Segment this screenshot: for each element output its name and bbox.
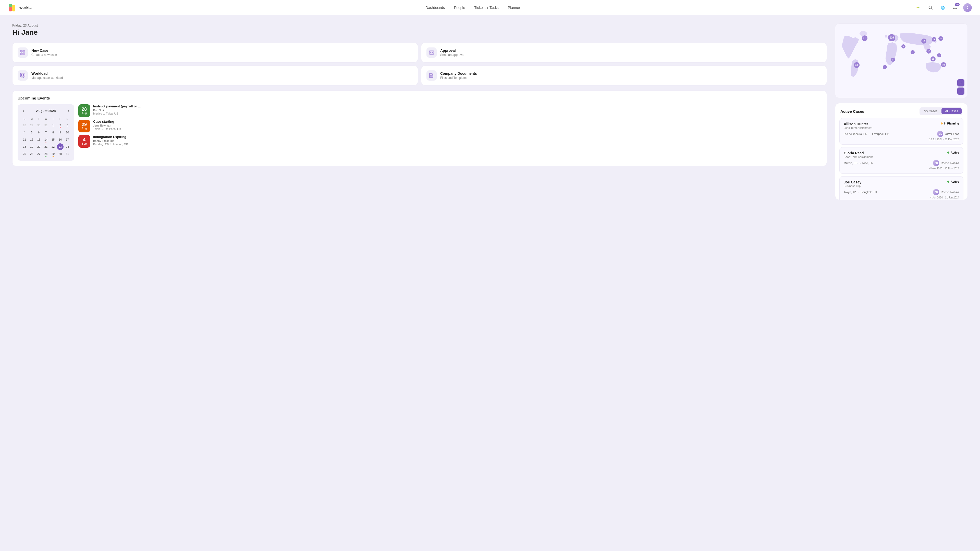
event-date-num-2: 4	[83, 138, 86, 142]
new-case-card[interactable]: New Case Create a new case	[12, 43, 418, 62]
cal-day-22[interactable]: 22	[50, 143, 56, 150]
map-dot-1a[interactable]: 1	[901, 44, 905, 48]
cal-day-1[interactable]: 1	[50, 122, 56, 129]
cal-day-8[interactable]: 8	[50, 129, 56, 136]
notification-button[interactable]: 10	[951, 3, 959, 12]
company-docs-card[interactable]: Company Documents Files and Templates	[421, 65, 827, 86]
cal-day-15[interactable]: 15	[50, 136, 56, 143]
cal-day-10[interactable]: 10	[64, 129, 71, 136]
cal-day-29[interactable]: 29	[50, 151, 56, 157]
search-button[interactable]	[926, 3, 935, 12]
cal-day-18[interactable]: 18	[21, 143, 28, 150]
calendar-header: ‹ August 2024 ›	[21, 108, 71, 114]
map-dot-1c[interactable]: 1	[883, 65, 887, 69]
nav-planner[interactable]: Planner	[508, 6, 520, 10]
cal-day-4[interactable]: 4	[21, 129, 28, 136]
map-dot-1b[interactable]: 1	[911, 50, 915, 54]
cal-day-27[interactable]: 27	[35, 151, 42, 157]
case-from-2: Tokyo, JP	[844, 191, 856, 194]
cal-day-29jul[interactable]: 29	[28, 122, 35, 129]
map-dot-21[interactable]: 21	[862, 35, 867, 41]
cal-day-30[interactable]: 30	[57, 151, 64, 157]
map-dot-3b[interactable]: 3	[891, 58, 895, 62]
cases-title: Active Cases	[840, 109, 864, 114]
cal-day-31[interactable]: 31	[64, 151, 71, 157]
map-zoom-out[interactable]: −	[957, 87, 964, 95]
cal-day-28[interactable]: 28	[43, 151, 49, 157]
nav-tickets-tasks[interactable]: Tickets + Tasks	[474, 6, 499, 10]
main-nav: Dashboards People Tickets + Tasks Planne…	[425, 6, 520, 10]
map-dots-overlay: 21 60 116 1 1 10 3 20 18 30	[835, 24, 967, 98]
event-item-1[interactable]: 29 Aug Case starting Jerry Bowman Tokyo,…	[78, 120, 821, 132]
map-dot-20[interactable]: 20	[939, 36, 943, 41]
case-item-allison[interactable]: Allison Hunter Long Term Assignment In P…	[839, 118, 963, 144]
cal-day-7[interactable]: 7	[43, 129, 49, 136]
cal-day-20[interactable]: 20	[35, 143, 42, 150]
cal-next[interactable]: ›	[66, 108, 71, 114]
map-zoom-in[interactable]: +	[957, 79, 964, 86]
case-status-2: Active	[947, 180, 959, 183]
event-title-0: Instruct payment (payroll or ...	[93, 104, 141, 108]
tab-my-cases[interactable]: My Cases	[920, 108, 941, 114]
cal-day-23-today[interactable]: 23	[57, 143, 64, 150]
map-dot-3[interactable]: 3	[932, 37, 936, 41]
map-dot-7[interactable]: 7	[937, 53, 941, 57]
approval-title: Approval	[440, 48, 464, 52]
cal-day-13[interactable]: 13	[35, 136, 42, 143]
cal-day-28jul[interactable]: 28	[21, 122, 28, 129]
cal-day-6[interactable]: 6	[35, 129, 42, 136]
case-list: Allison Hunter Long Term Assignment In P…	[835, 118, 967, 200]
event-item-0[interactable]: 28 Aug Instruct payment (payroll or ... …	[78, 104, 821, 117]
map-dot-60[interactable]: 60	[854, 62, 859, 68]
cal-day-3[interactable]: 3	[64, 122, 71, 129]
cal-day-12[interactable]: 12	[28, 136, 35, 143]
cal-day-2[interactable]: 2	[57, 122, 64, 129]
workload-card[interactable]: Workload Manage case workload	[12, 65, 418, 86]
case-item-joe[interactable]: Joe Casey Business Trip Active Tokyo, JP…	[839, 176, 963, 200]
ai-button[interactable]: ✦	[914, 3, 922, 12]
cal-day-25[interactable]: 25	[21, 151, 28, 157]
right-panel: 21 60 116 1 1 10 3 20 18 30	[835, 24, 968, 200]
cal-day-31jul[interactable]: 31	[43, 122, 49, 129]
user-avatar[interactable]: J	[963, 3, 972, 12]
event-date-num-1: 29	[82, 122, 87, 127]
event-date-mon-2: Sep	[82, 142, 87, 145]
cal-day-14[interactable]: 14	[43, 136, 49, 143]
case-type-1: Short Term Assignment	[844, 156, 873, 159]
event-date-num-0: 28	[82, 107, 87, 111]
cal-day-19[interactable]: 19	[28, 143, 35, 150]
tab-all-cases[interactable]: All Cases	[942, 108, 962, 114]
logo[interactable]: workia	[8, 3, 32, 12]
case-item-gloria[interactable]: Gloria Reed Short Term Assignment Active…	[839, 147, 963, 174]
map-dot-116[interactable]: 116	[888, 34, 895, 41]
svg-text:✦: ✦	[916, 6, 920, 10]
map-dot-10[interactable]: 10	[921, 38, 926, 44]
map-dot-34[interactable]: 34	[941, 62, 946, 67]
svg-rect-2	[9, 4, 12, 6]
cal-day-17[interactable]: 17	[64, 136, 71, 143]
cases-tabs: My Cases All Cases	[920, 107, 963, 115]
nav-dashboards[interactable]: Dashboards	[425, 6, 445, 10]
event-item-2[interactable]: 4 Sep Immigration Expiring Bobby Fitzger…	[78, 135, 821, 148]
workia-logo-icon	[8, 3, 18, 12]
map-zoom-controls: + −	[957, 79, 964, 95]
cal-day-16[interactable]: 16	[57, 136, 64, 143]
cal-day-24[interactable]: 24	[64, 143, 71, 150]
approval-card[interactable]: Approval Send an approval	[421, 43, 827, 62]
svg-rect-1	[12, 5, 15, 11]
cal-day-30jul[interactable]: 30	[35, 122, 42, 129]
cal-day-11[interactable]: 11	[21, 136, 28, 143]
cal-header-s1: S	[21, 117, 28, 121]
cal-day-5[interactable]: 5	[28, 129, 35, 136]
map-dot-30[interactable]: 30	[931, 56, 935, 62]
event-badge-2: 4 Sep	[78, 135, 90, 148]
case-status-dot-1	[947, 151, 950, 154]
nav-people[interactable]: People	[454, 6, 465, 10]
map-dot-18[interactable]: 18	[926, 49, 931, 54]
cal-day-9[interactable]: 9	[57, 129, 64, 136]
translate-button[interactable]: 🌐	[939, 3, 947, 12]
event-badge-1: 29 Aug	[78, 120, 90, 132]
cal-day-21[interactable]: 21	[43, 143, 49, 150]
cal-day-26[interactable]: 26	[28, 151, 35, 157]
cal-prev[interactable]: ‹	[21, 108, 25, 114]
